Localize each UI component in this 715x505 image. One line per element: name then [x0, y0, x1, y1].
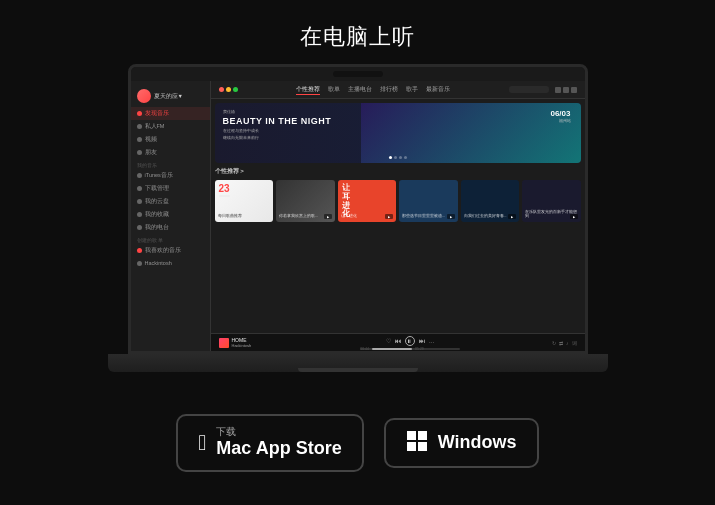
username-label: 夏天的应▼: [154, 93, 183, 100]
banner-dots: [389, 156, 407, 159]
nav-tabs: 个性推荐 歌单 主播电台 排行榜 歌手 最新音乐: [244, 85, 503, 95]
card-date: 23: [219, 184, 230, 197]
sidebar-item-collection[interactable]: 我的收藏: [131, 208, 210, 221]
card-4[interactable]: ▶ 那些选节目里里里被遗...: [399, 180, 458, 222]
playbar-track: HOME Hackintosh: [219, 337, 269, 348]
card-3[interactable]: 让耳进化 ▶ 让耳进化: [338, 180, 397, 222]
control-buttons: ♡ ⏮ ⏸ ⏭ …: [386, 336, 435, 346]
mac-btn-sublabel: 下载: [216, 426, 341, 438]
traffic-lights: [219, 87, 238, 92]
download-buttons:  下载 Mac App Store Windows: [176, 414, 538, 472]
sidebar-item-liked[interactable]: 我喜欢的音乐: [131, 244, 210, 257]
card-label-5: 向我们过去的美好青春...: [464, 214, 507, 219]
dot-icon: [137, 173, 142, 178]
svg-rect-1: [418, 431, 427, 440]
shuffle-icon[interactable]: ⇄: [559, 340, 563, 346]
sidebar-item-radio[interactable]: 我的电台: [131, 221, 210, 234]
lyrics-icon[interactable]: 词: [572, 340, 577, 346]
prev-button[interactable]: ⏮: [395, 338, 401, 344]
dot-icon: [137, 124, 142, 129]
more-icon[interactable]: [571, 87, 577, 93]
dot-icon: [137, 199, 142, 204]
play-badge: ▶: [385, 214, 393, 219]
settings-icon[interactable]: [555, 87, 561, 93]
card-label-6: 在乐队里发光的百新手才能想到: [525, 210, 581, 219]
svg-rect-3: [418, 442, 427, 451]
banner-text-left: 窦佳嬿 BEAUTY IN THE NIGHT 在过程与坚持中成长 继续向无限未…: [223, 109, 332, 140]
sidebar-item-video[interactable]: 视频: [131, 133, 210, 146]
banner-tagline-left: 在过程与坚持中成长: [223, 129, 332, 133]
banner-dot-3[interactable]: [399, 156, 402, 159]
play-badge: ▶: [447, 214, 455, 219]
banner-dot-4[interactable]: [404, 156, 407, 159]
tab-discover[interactable]: 个性推荐: [296, 85, 320, 95]
close-button[interactable]: [219, 87, 224, 92]
sidebar-item-hackintosh[interactable]: Hackintosh: [131, 257, 210, 269]
mail-icon[interactable]: [563, 87, 569, 93]
sidebar-item-label: 视频: [145, 136, 157, 143]
card-label-daily: 每日歌曲推荐: [218, 214, 242, 219]
tab-radio[interactable]: 主播电台: [348, 85, 372, 95]
dot-icon: [137, 261, 142, 266]
svg-rect-0: [407, 431, 416, 440]
card-6[interactable]: ▶ 在乐队里发光的百新手才能想到: [522, 180, 581, 222]
dot-icon: [137, 111, 142, 116]
sidebar-item-label: 私人FM: [145, 123, 165, 130]
sidebar-user: 夏天的应▼: [131, 85, 210, 107]
dot-icon: [137, 225, 142, 230]
like-button[interactable]: ♡: [386, 337, 391, 344]
mac-btn-text: 下载 Mac App Store: [216, 426, 341, 460]
content-area: 窦佳嬿 BEAUTY IN THE NIGHT 在过程与坚持中成长 继续向无限未…: [211, 99, 585, 333]
windows-button[interactable]: Windows: [384, 418, 539, 468]
search-bar[interactable]: [509, 86, 549, 93]
card-label-2: 你若拿我欣赏上的歌...: [279, 214, 318, 219]
card-daily[interactable]: 23 每日歌曲推荐: [215, 180, 274, 222]
banner-tagline-right: 继续向无限未来前行: [223, 136, 332, 140]
banner-dot-1[interactable]: [389, 156, 392, 159]
repeat-icon[interactable]: ↻: [552, 340, 556, 346]
laptop-mockup: 夏天的应▼ 发现音乐 私人FM 视频 朋友 我的音: [108, 64, 608, 394]
banner-dot-2[interactable]: [394, 156, 397, 159]
sidebar-item-fm[interactable]: 私人FM: [131, 120, 210, 133]
tab-new-music[interactable]: 最新音乐: [426, 85, 450, 95]
sidebar-item-friends[interactable]: 朋友: [131, 146, 210, 159]
card-label-3: 让耳进化: [341, 214, 357, 219]
sidebar-item-discover[interactable]: 发现音乐: [131, 107, 210, 120]
dot-icon: [137, 137, 142, 142]
sidebar-item-label: 朋友: [145, 149, 157, 156]
windows-icon: [406, 430, 428, 456]
sidebar-item-itunes[interactable]: iTunes音乐: [131, 169, 210, 182]
playbar: HOME Hackintosh ♡ ⏮ ⏸ ⏭ … 0: [211, 333, 585, 351]
card-label-4: 那些选节目里里里被遗...: [402, 214, 445, 219]
volume-icon[interactable]: ♪: [566, 340, 569, 346]
minimize-button[interactable]: [226, 87, 231, 92]
apple-icon: : [198, 432, 206, 454]
progress-bar[interactable]: 00:44 05:29: [360, 348, 460, 350]
next-button[interactable]: ⏭: [419, 338, 425, 344]
tab-charts[interactable]: 排行榜: [380, 85, 398, 95]
banner-location: 福州站: [550, 118, 570, 123]
dot-icon: [137, 150, 142, 155]
track-artist: Hackintosh: [232, 343, 252, 348]
section-header[interactable]: 个性推荐 >: [215, 167, 581, 176]
maximize-button[interactable]: [233, 87, 238, 92]
cards-row: 23 每日歌曲推荐 ▶ 你若拿我欣赏上的歌... 让耳进化: [215, 180, 581, 222]
app-topbar: 个性推荐 歌单 主播电台 排行榜 歌手 最新音乐: [211, 81, 585, 99]
win-btn-mainlabel: Windows: [438, 432, 517, 454]
screen-notch: [131, 67, 585, 81]
card-2[interactable]: ▶ 你若拿我欣赏上的歌...: [276, 180, 335, 222]
card-date-month: [219, 195, 230, 197]
banner[interactable]: 窦佳嬿 BEAUTY IN THE NIGHT 在过程与坚持中成长 继续向无限未…: [215, 103, 581, 163]
card-5[interactable]: ▶ 向我们过去的美好青春...: [461, 180, 520, 222]
sidebar-item-download[interactable]: 下载管理: [131, 182, 210, 195]
track-info: HOME Hackintosh: [232, 337, 252, 348]
mac-app-store-button[interactable]:  下载 Mac App Store: [176, 414, 363, 472]
play-pause-button[interactable]: ⏸: [405, 336, 415, 346]
more-button[interactable]: …: [429, 338, 435, 344]
sidebar-item-cloud[interactable]: 我的云盘: [131, 195, 210, 208]
playbar-controls: ♡ ⏮ ⏸ ⏭ … 00:44 05:29: [275, 336, 547, 350]
tab-playlist[interactable]: 歌单: [328, 85, 340, 95]
user-avatar: [137, 89, 151, 103]
laptop-base: [108, 354, 608, 372]
tab-artists[interactable]: 歌手: [406, 85, 418, 95]
